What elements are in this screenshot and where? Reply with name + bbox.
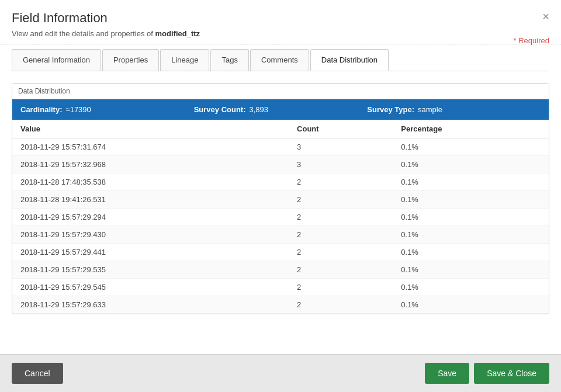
field-name: modified_ttz [155, 29, 200, 38]
cell-count: 2 [289, 261, 393, 279]
modal-footer: Cancel Save Save & Close [0, 354, 561, 392]
tab-lineage-label: Lineage [171, 55, 198, 64]
cell-value: 2018-11-29 15:57:29.441 [12, 244, 289, 261]
cell-value: 2018-11-29 15:57:29.633 [12, 296, 289, 314]
modal-title: Field Information [12, 11, 549, 26]
cell-value: 2018-11-29 15:57:29.535 [12, 261, 289, 279]
cell-count: 2 [289, 244, 393, 261]
tabs-bar: General Information Properties Lineage T… [0, 49, 561, 71]
table-row: 2018-11-29 15:57:29.294 2 0.1% [12, 209, 549, 226]
table-body: 2018-11-29 15:57:31.674 3 0.1% 2018-11-2… [12, 138, 549, 314]
tab-lineage[interactable]: Lineage [160, 49, 209, 71]
survey-count-value: 3,893 [250, 105, 269, 114]
cell-count: 3 [289, 138, 393, 156]
cell-value: 2018-11-29 15:57:31.674 [12, 138, 289, 156]
tab-data-distribution-label: Data Distribution [321, 55, 378, 64]
cell-count: 2 [289, 226, 393, 244]
cell-percentage: 0.1% [393, 244, 549, 261]
survey-type-cell: Survey Type: sample [367, 105, 541, 114]
data-distribution-section: Data Distribution Cardinality: ≈17390 Su… [12, 83, 549, 314]
cell-value: 2018-11-29 15:57:32.968 [12, 156, 289, 174]
save-close-button[interactable]: Save & Close [474, 363, 549, 384]
modal-body: Data Distribution Cardinality: ≈17390 Su… [0, 71, 561, 354]
save-button[interactable]: Save [425, 363, 469, 384]
cell-value: 2018-11-28 19:41:26.531 [12, 191, 289, 209]
table-row: 2018-11-28 19:41:26.531 2 0.1% [12, 191, 549, 209]
cell-count: 2 [289, 279, 393, 296]
cell-value: 2018-11-29 15:57:29.430 [12, 226, 289, 244]
cell-percentage: 0.1% [393, 191, 549, 209]
table-header-row: Value Count Percentage [12, 120, 549, 138]
cell-percentage: 0.1% [393, 174, 549, 191]
cell-count: 2 [289, 209, 393, 226]
section-legend: Data Distribution [12, 84, 549, 99]
cell-percentage: 0.1% [393, 209, 549, 226]
survey-count-cell: Survey Count: 3,893 [194, 105, 368, 114]
cell-percentage: 0.1% [393, 226, 549, 244]
cardinality-cell: Cardinality: ≈17390 [20, 105, 194, 114]
cell-percentage: 0.1% [393, 279, 549, 296]
col-header-percentage: Percentage [393, 120, 549, 138]
cell-value: 2018-11-29 15:57:29.294 [12, 209, 289, 226]
cell-count: 2 [289, 174, 393, 191]
table-row: 2018-11-29 15:57:31.674 3 0.1% [12, 138, 549, 156]
cell-percentage: 0.1% [393, 296, 549, 314]
close-button[interactable]: × [542, 11, 549, 22]
survey-type-label: Survey Type: [367, 105, 414, 114]
subtitle-prefix: View and edit the details and properties… [12, 29, 153, 38]
cell-count: 2 [289, 296, 393, 314]
modal-subtitle: View and edit the details and properties… [12, 29, 549, 38]
cell-percentage: 0.1% [393, 156, 549, 174]
modal-header: Field Information View and edit the deta… [0, 0, 561, 44]
table-row: 2018-11-29 15:57:32.968 3 0.1% [12, 156, 549, 174]
cell-count: 2 [289, 191, 393, 209]
cardinality-label: Cardinality: [20, 105, 63, 114]
tab-properties-label: Properties [113, 55, 148, 64]
tab-data-distribution[interactable]: Data Distribution [310, 49, 389, 71]
table-row: 2018-11-29 15:57:29.441 2 0.1% [12, 244, 549, 261]
col-header-value: Value [12, 120, 289, 138]
cancel-button[interactable]: Cancel [12, 363, 63, 384]
data-table-wrapper[interactable]: Value Count Percentage 2018-11-29 15:57:… [12, 120, 549, 314]
cell-percentage: 0.1% [393, 138, 549, 156]
data-table: Value Count Percentage 2018-11-29 15:57:… [12, 120, 549, 314]
cell-count: 3 [289, 156, 393, 174]
tab-properties[interactable]: Properties [102, 49, 159, 71]
table-row: 2018-11-29 15:57:29.535 2 0.1% [12, 261, 549, 279]
col-header-count: Count [289, 120, 393, 138]
table-row: 2018-11-29 15:57:29.430 2 0.1% [12, 226, 549, 244]
cell-percentage: 0.1% [393, 261, 549, 279]
table-row: 2018-11-28 17:48:35.538 2 0.1% [12, 174, 549, 191]
tab-comments-label: Comments [261, 55, 298, 64]
tab-general-information-label: General Information [23, 55, 90, 64]
table-row: 2018-11-29 15:57:29.633 2 0.1% [12, 296, 549, 314]
footer-left: Cancel [12, 363, 63, 384]
required-label: * Required [514, 36, 549, 45]
summary-row: Cardinality: ≈17390 Survey Count: 3,893 … [12, 99, 549, 120]
footer-right: Save Save & Close [425, 363, 549, 384]
survey-type-value: sample [418, 105, 442, 114]
tab-general-information[interactable]: General Information [12, 49, 101, 71]
cardinality-value: ≈17390 [66, 105, 91, 114]
tab-tags[interactable]: Tags [210, 49, 248, 71]
table-row: 2018-11-29 15:57:29.545 2 0.1% [12, 279, 549, 296]
survey-count-label: Survey Count: [194, 105, 246, 114]
field-information-modal: Field Information View and edit the deta… [0, 0, 561, 392]
cell-value: 2018-11-28 17:48:35.538 [12, 174, 289, 191]
tab-tags-label: Tags [221, 55, 237, 64]
cell-value: 2018-11-29 15:57:29.545 [12, 279, 289, 296]
tab-comments[interactable]: Comments [250, 49, 309, 71]
